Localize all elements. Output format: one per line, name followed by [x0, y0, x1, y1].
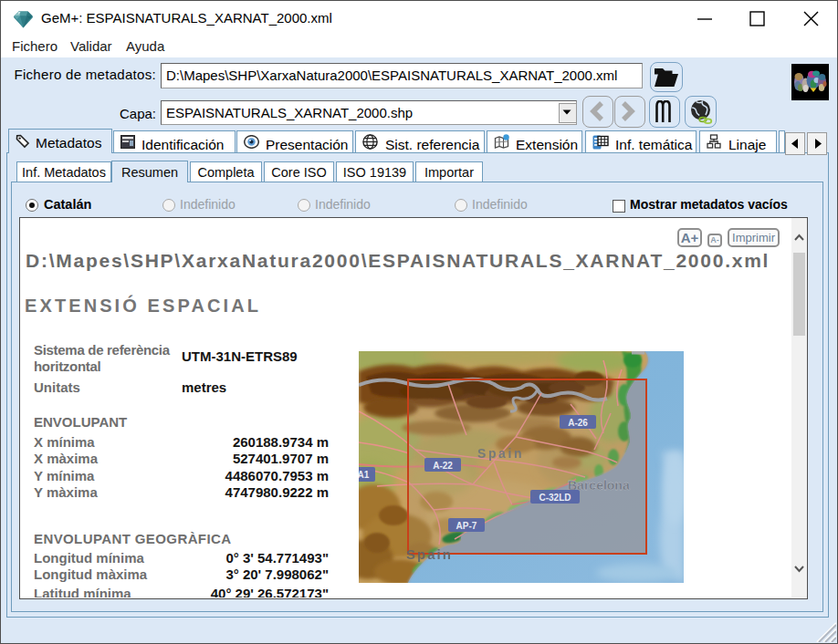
svg-text:A-26: A-26	[568, 418, 588, 428]
svg-text:C-32LD: C-32LD	[539, 493, 571, 503]
svg-text:A1: A1	[359, 470, 370, 480]
svg-text:Spain: Spain	[477, 446, 524, 461]
svg-text:AP-7: AP-7	[456, 521, 477, 531]
svg-text:A-22: A-22	[433, 461, 453, 471]
svg-text:Spain: Spain	[406, 546, 453, 562]
